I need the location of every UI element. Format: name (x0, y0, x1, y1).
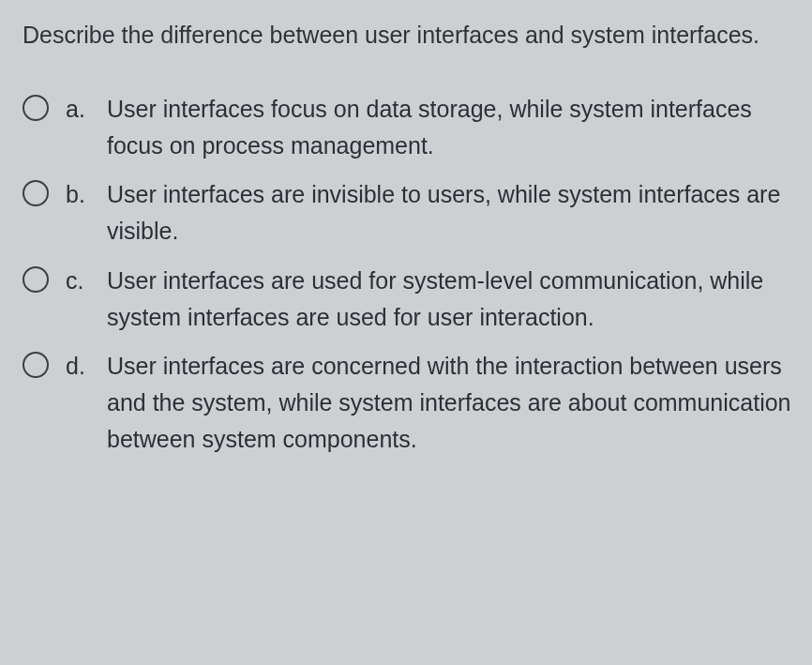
option-body: d. User interfaces are concerned with th… (66, 348, 793, 457)
option-text: User interfaces are concerned with the i… (107, 348, 793, 457)
option-text: User interfaces are used for system-leve… (107, 263, 793, 336)
options-list: a. User interfaces focus on data storage… (23, 91, 793, 458)
option-body: b. User interfaces are invisible to user… (66, 176, 793, 249)
option-body: a. User interfaces focus on data storage… (66, 91, 793, 164)
option-b[interactable]: b. User interfaces are invisible to user… (23, 176, 793, 249)
option-body: c. User interfaces are used for system-l… (66, 263, 793, 336)
question-text: Describe the difference between user int… (23, 17, 793, 53)
option-c[interactable]: c. User interfaces are used for system-l… (23, 263, 793, 336)
radio-icon[interactable] (23, 180, 49, 206)
option-a[interactable]: a. User interfaces focus on data storage… (23, 91, 793, 164)
radio-icon[interactable] (23, 352, 49, 378)
radio-icon[interactable] (23, 266, 49, 293)
option-letter: b. (66, 176, 92, 213)
option-d[interactable]: d. User interfaces are concerned with th… (23, 348, 793, 457)
option-text: User interfaces are invisible to users, … (107, 176, 793, 249)
option-letter: c. (66, 263, 92, 299)
option-letter: d. (66, 348, 92, 385)
option-letter: a. (66, 91, 92, 128)
option-text: User interfaces focus on data storage, w… (107, 91, 793, 164)
radio-icon[interactable] (23, 95, 49, 121)
